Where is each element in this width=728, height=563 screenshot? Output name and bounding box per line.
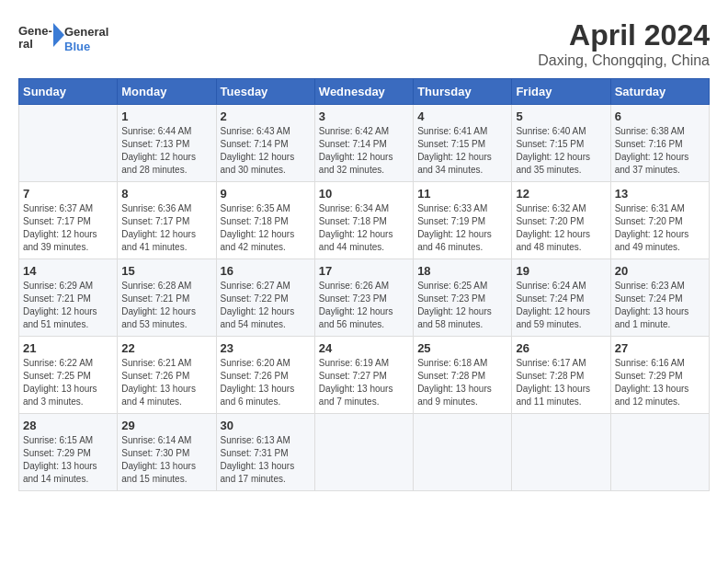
- day-info: Sunrise: 6:13 AM Sunset: 7:31 PM Dayligh…: [221, 434, 311, 486]
- calendar-cell: 22Sunrise: 6:21 AM Sunset: 7:26 PM Dayli…: [118, 337, 216, 414]
- calendar-cell: 18Sunrise: 6:25 AM Sunset: 7:23 PM Dayli…: [414, 259, 512, 337]
- day-number: 8: [121, 187, 211, 201]
- day-info: Sunrise: 6:27 AM Sunset: 7:22 PM Dayligh…: [221, 280, 311, 331]
- day-info: Sunrise: 6:26 AM Sunset: 7:23 PM Dayligh…: [319, 280, 409, 331]
- day-info: Sunrise: 6:17 AM Sunset: 7:28 PM Dayligh…: [516, 357, 606, 408]
- day-info: Sunrise: 6:23 AM Sunset: 7:24 PM Dayligh…: [615, 280, 705, 331]
- calendar-cell: [314, 414, 413, 491]
- day-info: Sunrise: 6:33 AM Sunset: 7:19 PM Dayligh…: [417, 202, 507, 254]
- calendar-cell: 19Sunrise: 6:24 AM Sunset: 7:24 PM Dayli…: [512, 259, 610, 337]
- calendar-cell: 21Sunrise: 6:22 AM Sunset: 7:25 PM Dayli…: [19, 337, 118, 414]
- day-number: 28: [23, 419, 113, 432]
- day-number: 12: [516, 187, 606, 201]
- day-number: 22: [121, 341, 211, 355]
- page-header: Gene- ral GeneralBlue April 2024 Daxing,…: [18, 18, 710, 69]
- weekday-header-tuesday: Tuesday: [216, 79, 314, 105]
- weekday-header-sunday: Sunday: [19, 79, 118, 105]
- weekday-header-row: SundayMondayTuesdayWednesdayThursdayFrid…: [19, 79, 710, 105]
- day-number: 17: [319, 264, 409, 278]
- calendar-cell: 27Sunrise: 6:16 AM Sunset: 7:29 PM Dayli…: [610, 337, 709, 414]
- calendar-cell: 2Sunrise: 6:43 AM Sunset: 7:14 PM Daylig…: [216, 105, 314, 182]
- calendar-cell: 8Sunrise: 6:36 AM Sunset: 7:17 PM Daylig…: [118, 182, 216, 259]
- day-number: 29: [121, 419, 211, 432]
- day-info: Sunrise: 6:37 AM Sunset: 7:17 PM Dayligh…: [23, 202, 113, 254]
- day-info: Sunrise: 6:40 AM Sunset: 7:15 PM Dayligh…: [516, 125, 606, 177]
- calendar-cell: 10Sunrise: 6:34 AM Sunset: 7:18 PM Dayli…: [314, 182, 413, 259]
- day-info: Sunrise: 6:18 AM Sunset: 7:28 PM Dayligh…: [417, 357, 507, 408]
- day-number: 30: [221, 419, 311, 432]
- calendar-cell: 5Sunrise: 6:40 AM Sunset: 7:15 PM Daylig…: [512, 105, 610, 182]
- day-info: Sunrise: 6:20 AM Sunset: 7:26 PM Dayligh…: [221, 357, 311, 408]
- calendar-cell: 14Sunrise: 6:29 AM Sunset: 7:21 PM Dayli…: [19, 259, 118, 337]
- day-info: Sunrise: 6:29 AM Sunset: 7:21 PM Dayligh…: [23, 280, 113, 331]
- day-number: 15: [121, 264, 211, 278]
- week-row-4: 21Sunrise: 6:22 AM Sunset: 7:25 PM Dayli…: [19, 337, 710, 414]
- day-number: 16: [221, 264, 311, 278]
- weekday-header-friday: Friday: [512, 79, 610, 105]
- calendar-cell: [610, 414, 709, 491]
- weekday-header-monday: Monday: [118, 79, 216, 105]
- location: Daxing, Chongqing, China: [538, 52, 710, 69]
- day-info: Sunrise: 6:43 AM Sunset: 7:14 PM Dayligh…: [221, 125, 311, 177]
- day-number: 1: [121, 109, 211, 123]
- day-number: 3: [319, 109, 409, 123]
- day-info: Sunrise: 6:28 AM Sunset: 7:21 PM Dayligh…: [121, 280, 211, 331]
- day-info: Sunrise: 6:36 AM Sunset: 7:17 PM Dayligh…: [121, 202, 211, 254]
- day-number: 2: [221, 109, 311, 123]
- day-info: Sunrise: 6:35 AM Sunset: 7:18 PM Dayligh…: [221, 202, 311, 254]
- day-info: Sunrise: 6:15 AM Sunset: 7:29 PM Dayligh…: [23, 434, 113, 486]
- weekday-header-thursday: Thursday: [414, 79, 512, 105]
- day-info: Sunrise: 6:19 AM Sunset: 7:27 PM Dayligh…: [319, 357, 409, 408]
- day-number: 7: [23, 187, 113, 201]
- day-number: 13: [615, 187, 705, 201]
- day-info: Sunrise: 6:16 AM Sunset: 7:29 PM Dayligh…: [615, 357, 705, 408]
- calendar-cell: 17Sunrise: 6:26 AM Sunset: 7:23 PM Dayli…: [314, 259, 413, 337]
- weekday-header-wednesday: Wednesday: [314, 79, 413, 105]
- weekday-header-saturday: Saturday: [610, 79, 709, 105]
- calendar-cell: 28Sunrise: 6:15 AM Sunset: 7:29 PM Dayli…: [19, 414, 118, 491]
- week-row-5: 28Sunrise: 6:15 AM Sunset: 7:29 PM Dayli…: [19, 414, 710, 491]
- day-number: 21: [23, 341, 113, 355]
- calendar-cell: 20Sunrise: 6:23 AM Sunset: 7:24 PM Dayli…: [610, 259, 709, 337]
- day-info: Sunrise: 6:22 AM Sunset: 7:25 PM Dayligh…: [23, 357, 113, 408]
- day-info: Sunrise: 6:44 AM Sunset: 7:13 PM Dayligh…: [121, 125, 211, 177]
- calendar-cell: 6Sunrise: 6:38 AM Sunset: 7:16 PM Daylig…: [610, 105, 709, 182]
- day-info: Sunrise: 6:14 AM Sunset: 7:30 PM Dayligh…: [121, 434, 211, 486]
- calendar-cell: [512, 414, 610, 491]
- day-number: 10: [319, 187, 409, 201]
- day-number: 18: [417, 264, 507, 278]
- title-block: April 2024 Daxing, Chongqing, China: [538, 18, 710, 69]
- calendar-cell: 12Sunrise: 6:32 AM Sunset: 7:20 PM Dayli…: [512, 182, 610, 259]
- calendar-cell: 30Sunrise: 6:13 AM Sunset: 7:31 PM Dayli…: [216, 414, 314, 491]
- day-info: Sunrise: 6:32 AM Sunset: 7:20 PM Dayligh…: [516, 202, 606, 254]
- calendar-cell: 23Sunrise: 6:20 AM Sunset: 7:26 PM Dayli…: [216, 337, 314, 414]
- day-number: 14: [23, 264, 113, 278]
- day-info: Sunrise: 6:38 AM Sunset: 7:16 PM Dayligh…: [615, 125, 705, 177]
- day-number: 5: [516, 109, 606, 123]
- day-number: 9: [221, 187, 311, 201]
- calendar-table: SundayMondayTuesdayWednesdayThursdayFrid…: [18, 78, 710, 491]
- week-row-2: 7Sunrise: 6:37 AM Sunset: 7:17 PM Daylig…: [19, 182, 710, 259]
- day-info: Sunrise: 6:34 AM Sunset: 7:18 PM Dayligh…: [319, 202, 409, 254]
- week-row-1: 1Sunrise: 6:44 AM Sunset: 7:13 PM Daylig…: [19, 105, 710, 182]
- day-number: 19: [516, 264, 606, 278]
- logo: Gene- ral GeneralBlue: [18, 18, 108, 60]
- day-number: 23: [221, 341, 311, 355]
- day-number: 27: [615, 341, 705, 355]
- calendar-cell: 24Sunrise: 6:19 AM Sunset: 7:27 PM Dayli…: [314, 337, 413, 414]
- logo-icon: Gene- ral: [18, 18, 64, 60]
- calendar-cell: [414, 414, 512, 491]
- day-number: 6: [615, 109, 705, 123]
- calendar-cell: 15Sunrise: 6:28 AM Sunset: 7:21 PM Dayli…: [118, 259, 216, 337]
- day-info: Sunrise: 6:24 AM Sunset: 7:24 PM Dayligh…: [516, 280, 606, 331]
- calendar-cell: 1Sunrise: 6:44 AM Sunset: 7:13 PM Daylig…: [118, 105, 216, 182]
- day-info: Sunrise: 6:42 AM Sunset: 7:14 PM Dayligh…: [319, 125, 409, 177]
- calendar-cell: 25Sunrise: 6:18 AM Sunset: 7:28 PM Dayli…: [414, 337, 512, 414]
- svg-marker-2: [53, 23, 64, 47]
- calendar-cell: 16Sunrise: 6:27 AM Sunset: 7:22 PM Dayli…: [216, 259, 314, 337]
- calendar-cell: 13Sunrise: 6:31 AM Sunset: 7:20 PM Dayli…: [610, 182, 709, 259]
- calendar-cell: 3Sunrise: 6:42 AM Sunset: 7:14 PM Daylig…: [314, 105, 413, 182]
- day-number: 26: [516, 341, 606, 355]
- month-title: April 2024: [538, 18, 710, 52]
- svg-text:Gene-: Gene-: [18, 24, 52, 38]
